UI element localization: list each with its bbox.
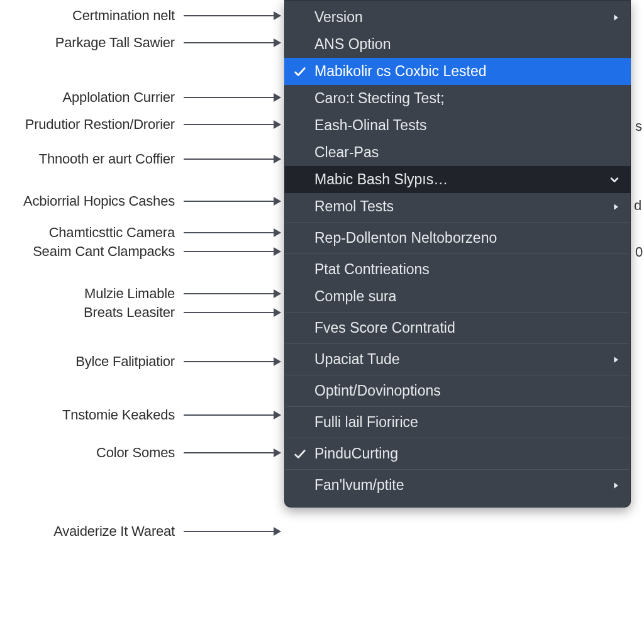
arrow-head-icon [274, 247, 281, 256]
menu-item[interactable]: Eash-Olinal Tests [284, 112, 631, 139]
menu-item[interactable]: Version [284, 4, 631, 31]
menu-item[interactable]: Fulli lail Fioririce [284, 409, 631, 436]
bg-char: s [635, 118, 642, 135]
pointer-label: Tnstomie Keakeds [0, 406, 280, 425]
menu-separator [286, 222, 630, 223]
pointer-label: Avaiderize It Wareat [0, 522, 280, 541]
arrow-line [184, 97, 280, 98]
arrow-line [184, 15, 280, 16]
menu-item-label: ANS Option [314, 36, 391, 53]
pointer-label: Parkage Tall Sawier [0, 33, 280, 52]
arrow-head-icon [274, 527, 281, 536]
bg-char: 0 [635, 244, 643, 260]
pointer-label-text: Tnstomie Keakeds [0, 407, 184, 423]
menu-item-label: Rep-Dollenton Neltoborzeno [314, 230, 497, 247]
menu-item-label: Eash-Olinal Tests [314, 117, 427, 134]
menu-item-label: Optint/Dovinoptions [314, 382, 441, 399]
arrow-head-icon [274, 411, 281, 419]
menu-separator [286, 375, 630, 375]
pointer-label-text: Certmination nelt [0, 8, 184, 24]
arrow-line [184, 201, 280, 202]
arrow-head-icon [274, 155, 281, 164]
arrow-line [184, 452, 280, 453]
menu-item[interactable]: PinduCurting [284, 440, 631, 467]
menu-item[interactable]: Remol Tests [284, 193, 631, 220]
menu-item-label: PinduCurting [314, 445, 398, 462]
arrow-head-icon [274, 448, 281, 457]
menu-item[interactable]: Comple sura [284, 283, 631, 310]
menu-item-label: Fan'lvum/ptite [314, 477, 404, 494]
menu-item[interactable]: Optint/Dovinoptions [284, 377, 631, 404]
arrow-line [184, 124, 280, 125]
menu-item[interactable]: Fan'lvum/ptite [284, 472, 631, 499]
arrow-line [184, 361, 280, 362]
arrow-line [184, 312, 280, 313]
pointer-label: Bylce Falitpiatior [0, 352, 280, 371]
pointer-label-text: Parkage Tall Sawier [0, 35, 184, 51]
pointer-label: Acbiorrial Hopics Cashes [0, 192, 280, 211]
stage: s d 0 Certmination neltParkage Tall Sawi… [0, 0, 644, 644]
pointer-label: Prudutior Restion/Drorier [0, 115, 280, 134]
menu-separator [286, 253, 630, 254]
pointer-label-text: Applolation Currier [0, 89, 184, 106]
menu-item-label: Remol Tests [314, 198, 394, 215]
arrow-line [184, 414, 280, 416]
arrow-head-icon [274, 308, 281, 317]
menu-item-label: Version [314, 9, 363, 26]
menu-item[interactable]: Caro:t Stecting Test; [284, 85, 631, 112]
menu-item-label: Comple sura [314, 288, 396, 305]
submenu-arrow-icon [611, 202, 621, 212]
arrow-head-icon [274, 197, 281, 206]
arrow-head-icon [274, 120, 281, 129]
pointer-label-text: Color Somes [0, 445, 184, 461]
pointer-label-text: Acbiorrial Hopics Cashes [0, 193, 184, 209]
pointer-label-text: Prudutior Restion/Drorier [0, 116, 184, 133]
pointer-label: Seaim Cant Clampacks [0, 242, 280, 261]
check-icon [293, 65, 307, 79]
submenu-arrow-icon [611, 480, 621, 491]
arrow-line [184, 293, 280, 294]
pointer-label: Thnooth er aurt Coffier [0, 150, 280, 169]
menu-item[interactable]: Ptat Contrieations [284, 256, 631, 283]
menu-item-label: Upaciat Tude [314, 351, 400, 368]
menu-separator [286, 469, 630, 470]
arrow-line [184, 251, 280, 252]
menu-item-label: Caro:t Stecting Test; [314, 90, 445, 107]
arrow-head-icon [274, 289, 281, 298]
menu-separator [286, 343, 630, 344]
pointer-label-text: Breats Leasiter [0, 304, 184, 321]
menu-item[interactable]: Rep-Dollenton Neltoborzeno [284, 225, 631, 252]
menu-item-label: Fulli lail Fioririce [314, 414, 418, 431]
menu-item[interactable]: Clear-Pas [284, 139, 631, 166]
menu-item[interactable]: Mabic Bash Slypıs… [284, 166, 631, 193]
menu-item[interactable]: Mabikolir cs Coxbic Lested [284, 58, 631, 85]
menu-separator [286, 406, 630, 407]
arrow-line [184, 42, 280, 43]
arrow-head-icon [274, 357, 281, 366]
arrow-head-icon [274, 38, 281, 47]
check-icon [293, 447, 307, 461]
pointer-label: Certmination nelt [0, 6, 280, 25]
menu-item[interactable]: Upaciat Tude [284, 346, 631, 373]
arrow-head-icon [274, 228, 281, 237]
pointer-label: Chamticsttic Camera [0, 223, 280, 242]
menu-item-label: Mabikolir cs Coxbic Lested [314, 63, 487, 80]
chevron-down-icon [608, 174, 621, 186]
bg-char: d [634, 197, 641, 214]
menu-item[interactable]: ANS Option [284, 31, 631, 58]
pointer-label: Breats Leasiter [0, 303, 280, 322]
pointer-label-text: Seaim Cant Clampacks [0, 243, 184, 260]
menu-item[interactable]: Fves Score Corntratid [284, 314, 631, 341]
pointer-label: Mulzie Limable [0, 284, 280, 303]
pointer-label-text: Avaiderize It Wareat [0, 523, 184, 540]
pointer-label: Applolation Currier [0, 88, 280, 107]
pointer-label-text: Mulzie Limable [0, 286, 184, 302]
menu-separator [286, 312, 630, 313]
pointer-label-text: Chamticsttic Camera [0, 225, 184, 241]
pointer-label-text: Thnooth er aurt Coffier [0, 151, 184, 167]
pointer-label-text: Bylce Falitpiatior [0, 353, 184, 370]
submenu-arrow-icon [611, 13, 621, 23]
pointer-label: Color Somes [0, 443, 280, 462]
arrow-head-icon [274, 93, 281, 102]
context-menu[interactable]: VersionANS OptionMabikolir cs Coxbic Les… [284, 0, 631, 508]
